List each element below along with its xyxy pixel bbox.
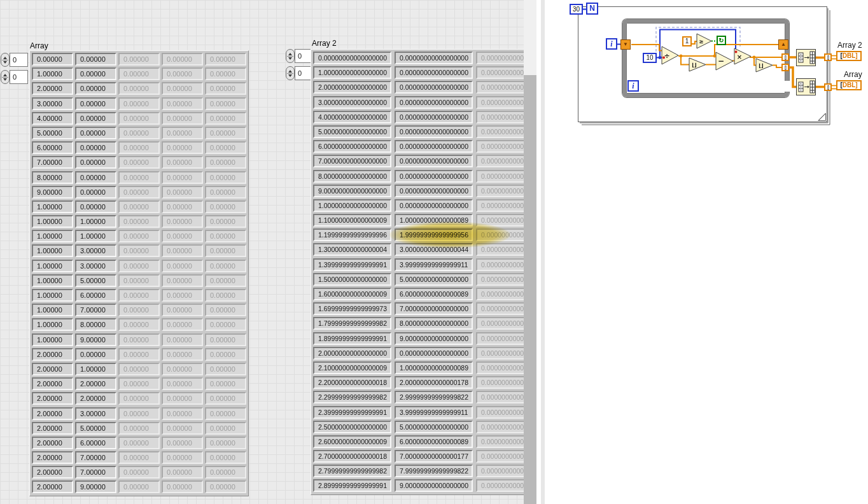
array-cell[interactable]: 0.00000000000000000 xyxy=(476,66,524,79)
array-cell[interactable]: 3.00000 xyxy=(75,407,116,420)
array-cell[interactable]: 7.00000000000000000 xyxy=(313,155,391,167)
array-cell[interactable]: 0.00000000000000000 xyxy=(476,243,524,256)
array-cell[interactable]: 7.00000000000000000 xyxy=(395,302,473,315)
indexing-tunnel[interactable]: [] xyxy=(781,53,789,61)
array-cell[interactable]: 2.00000000000000178 xyxy=(395,376,473,389)
array-cell[interactable]: 0.00000 xyxy=(162,377,203,390)
array-cell[interactable]: 0.00000000000000000 xyxy=(476,421,524,433)
array-cell[interactable]: 0.00000000000000000 xyxy=(395,155,473,167)
array-dbl-terminal[interactable]: [DBL] xyxy=(836,80,862,90)
array-cell[interactable]: 0.00000000000000000 xyxy=(476,450,524,463)
array-cell[interactable]: 1.00000 xyxy=(32,289,73,302)
array-cell[interactable]: 1.00000000000000089 xyxy=(395,361,473,374)
array-cell[interactable]: 9.00000000000000000 xyxy=(395,479,473,492)
array-cell[interactable]: 6.00000 xyxy=(75,289,116,302)
spinner-down-icon[interactable] xyxy=(288,74,292,77)
array-cell[interactable]: 0.00000000000000000 xyxy=(395,111,473,123)
indexing-tunnel[interactable]: [] xyxy=(781,64,789,71)
array-cell[interactable]: 0.00000 xyxy=(205,186,246,199)
array-cell[interactable]: 0.00000 xyxy=(75,127,116,139)
array-cell[interactable]: 2.20000000000000018 xyxy=(313,376,391,389)
array-cell[interactable]: 0.00000000000000000 xyxy=(395,52,473,64)
array-cell[interactable]: 0.00000000000000000 xyxy=(476,111,524,123)
array-cell[interactable]: 3.00000000000000000 xyxy=(313,96,391,109)
array-cell[interactable]: 0.00000 xyxy=(118,200,160,213)
array-cell[interactable]: 0.00000 xyxy=(205,304,246,316)
spinner-down-icon[interactable] xyxy=(3,61,7,64)
array-cell[interactable]: 0.00000 xyxy=(118,318,160,331)
array-cell[interactable]: 1.00000 xyxy=(32,244,73,257)
array-cell[interactable]: 0.00000 xyxy=(162,97,203,110)
index-spinner[interactable] xyxy=(1,70,10,84)
array-cell[interactable]: 0.00000 xyxy=(162,466,203,479)
array-cell[interactable]: 0.00000 xyxy=(75,348,116,361)
array-cell[interactable]: 0.00000 xyxy=(205,363,246,375)
array-cell[interactable]: 0.00000 xyxy=(162,186,203,199)
index-spinner[interactable] xyxy=(286,49,295,63)
array-cell[interactable]: 0.00000 xyxy=(162,407,203,420)
array-cell[interactable]: 8.00000 xyxy=(75,318,116,331)
array-cell[interactable]: 0.00000 xyxy=(75,112,116,125)
array-cell[interactable]: 2.60000000000000009 xyxy=(313,435,391,448)
array-cell[interactable]: 0.00000 xyxy=(118,451,160,464)
array-cell[interactable]: 1.89999999999999991 xyxy=(313,332,391,345)
array-cell[interactable]: 0.00000 xyxy=(205,244,246,257)
indexing-tunnel[interactable]: [] xyxy=(824,83,832,91)
array-cell[interactable]: 0.00000 xyxy=(162,333,203,346)
array-cell[interactable]: 1.30000000000000004 xyxy=(313,243,391,256)
array-cell[interactable]: 8.00000000000000000 xyxy=(395,317,473,330)
array-cell[interactable]: 1.00000000000000089 xyxy=(395,214,473,227)
array-cell[interactable]: 0.00000 xyxy=(205,97,246,110)
array-cell[interactable]: 7.00000 xyxy=(32,156,73,169)
array-cell[interactable]: 0.00000 xyxy=(118,53,160,66)
array-cell[interactable]: 2.70000000000000018 xyxy=(313,450,391,463)
array-cell[interactable]: 2.00000 xyxy=(32,377,73,390)
array-cell[interactable]: 1.60000000000000009 xyxy=(313,288,391,300)
array-cell[interactable]: 0.00000 xyxy=(205,215,246,228)
array-cell[interactable]: 0.00000 xyxy=(205,82,246,95)
array-cell[interactable]: 0.00000000000000000 xyxy=(395,125,473,138)
array-cell[interactable]: 7.99999999999999822 xyxy=(395,465,473,477)
array-cell[interactable]: 0.00000 xyxy=(162,318,203,331)
array-cell[interactable]: 2.00000 xyxy=(32,82,73,95)
array-cell[interactable]: 0.00000 xyxy=(162,274,203,287)
index-spinner[interactable] xyxy=(286,66,295,80)
loop-count-terminal[interactable]: N xyxy=(586,3,598,15)
array-cell[interactable]: 3.00000 xyxy=(75,260,116,272)
array-cell[interactable]: 5.00000000000000000 xyxy=(395,421,473,433)
loop-count-constant[interactable]: 30 xyxy=(570,4,583,15)
array-cell[interactable]: 2.00000 xyxy=(32,451,73,464)
array-cell[interactable]: 0.00000 xyxy=(118,186,160,199)
array-cell[interactable]: 1.00000 xyxy=(32,304,73,316)
array-cell[interactable]: 0.00000 xyxy=(162,289,203,302)
array-cell[interactable]: 0.00000 xyxy=(205,260,246,272)
array-cell[interactable]: 0.00000000000000000 xyxy=(476,391,524,403)
array-cell[interactable]: 0.00000 xyxy=(205,422,246,435)
array-cell[interactable]: 0.00000 xyxy=(118,466,160,479)
array-cell[interactable]: 2.00000 xyxy=(32,422,73,435)
array-cell[interactable]: 3.99999999999999911 xyxy=(395,258,473,271)
array-cell[interactable]: 0.00000 xyxy=(162,156,203,169)
array-cell[interactable]: 0.00000 xyxy=(75,171,116,184)
divisor-constant[interactable]: 10 xyxy=(643,53,657,63)
array-cell[interactable]: 0.00000000000000000 xyxy=(476,302,524,315)
array-cell[interactable]: 0.00000 xyxy=(205,141,246,154)
array-cell[interactable]: 0.00000000000000000 xyxy=(476,214,524,227)
array-cell[interactable]: 0.00000 xyxy=(118,407,160,420)
array-cell[interactable]: 2.99999999999999822 xyxy=(395,391,473,403)
indexing-tunnel[interactable]: [] xyxy=(824,53,832,61)
array-cell[interactable]: 1.00000000000000000 xyxy=(313,199,391,212)
array-cell[interactable]: 2.10000000000000009 xyxy=(313,361,391,374)
array-cell[interactable]: 0.00000 xyxy=(162,127,203,139)
array-cell[interactable]: 2.00000 xyxy=(32,480,73,493)
array-cell[interactable]: 1.39999999999999991 xyxy=(313,258,391,271)
array-cell[interactable]: 1.00000 xyxy=(32,230,73,242)
array-cell[interactable]: 7.00000 xyxy=(75,466,116,479)
array-cell[interactable]: 3.00000000000000044 xyxy=(395,243,473,256)
array-cell[interactable]: 0.00000 xyxy=(205,127,246,139)
array-cell[interactable]: 0.00000 xyxy=(118,215,160,228)
spinner-up-icon[interactable] xyxy=(288,70,292,73)
array-cell[interactable]: 9.00000000000000000 xyxy=(313,185,391,197)
array-cell[interactable]: 1.50000000000000000 xyxy=(313,273,391,286)
spinner-up-icon[interactable] xyxy=(288,53,292,55)
